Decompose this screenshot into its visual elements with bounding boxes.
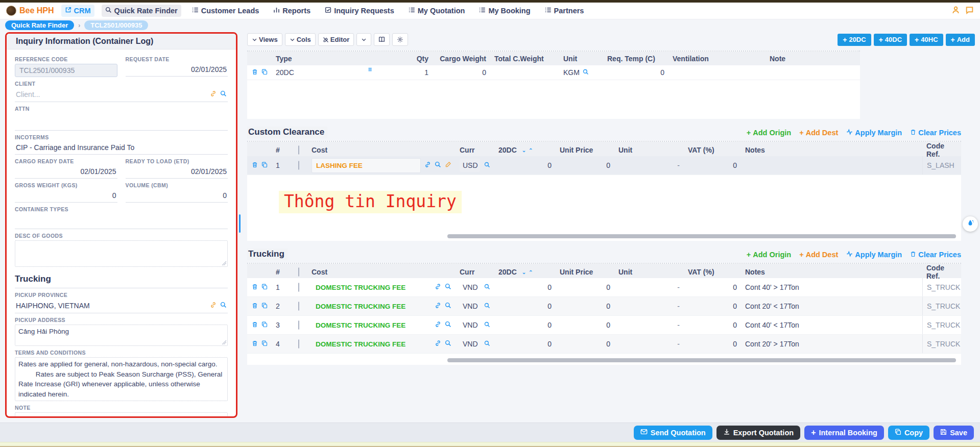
- link-icon[interactable]: [210, 301, 217, 310]
- size-price-value[interactable]: 0: [494, 302, 556, 310]
- incoterms-field[interactable]: CIP - Carriage and Insurance Paid To: [15, 142, 228, 155]
- vat-value[interactable]: 0: [684, 321, 741, 329]
- nav-item-my-booking[interactable]: My Booking: [475, 5, 534, 17]
- nav-item-partners[interactable]: Partners: [541, 5, 588, 17]
- book-view-button[interactable]: [374, 33, 390, 46]
- chat-icon[interactable]: [965, 6, 974, 16]
- copy-button[interactable]: Copy: [888, 426, 929, 440]
- add-dest-link[interactable]: +Add Dest: [799, 251, 838, 259]
- container-types-field[interactable]: [15, 214, 228, 229]
- currency-value[interactable]: VND: [460, 300, 480, 313]
- charge-row[interactable]: 1 DOMESTIC TRUCKING FEE VND 0 0 - 0 Cont…: [247, 278, 961, 297]
- link-icon[interactable]: [435, 321, 441, 329]
- horizontal-scrollbar[interactable]: [447, 358, 956, 362]
- edit-icon[interactable]: [445, 161, 451, 169]
- cost-name[interactable]: DOMESTIC TRUCKING FEE: [312, 318, 431, 332]
- search-icon[interactable]: [484, 161, 490, 169]
- search-icon[interactable]: [484, 283, 490, 291]
- notes-value[interactable]: Cont 20' > 17Ton: [741, 340, 922, 348]
- search-icon[interactable]: [484, 302, 490, 310]
- reference-code-field[interactable]: TCL2501/000935: [15, 64, 117, 77]
- settings-button[interactable]: [392, 33, 408, 46]
- add-dest-link[interactable]: +Add Dest: [799, 129, 838, 137]
- unit-value[interactable]: -: [614, 283, 684, 291]
- link-icon[interactable]: [435, 340, 441, 348]
- row-menu-icon[interactable]: [367, 65, 372, 73]
- add-container-button[interactable]: +40DC: [874, 34, 907, 46]
- apply-margin-link[interactable]: Apply Margin: [846, 251, 902, 259]
- gross-weight-field[interactable]: 0: [15, 190, 117, 203]
- search-icon[interactable]: [445, 340, 451, 348]
- volume-field[interactable]: 0: [126, 190, 228, 203]
- request-date-field[interactable]: 02/01/2025: [126, 64, 228, 77]
- brand[interactable]: Bee HPH: [6, 6, 54, 16]
- delete-row-icon[interactable]: [252, 321, 258, 329]
- delete-row-icon[interactable]: [252, 68, 258, 77]
- nav-item-quick-rate-finder[interactable]: Quick Rate Finder: [102, 5, 181, 17]
- nav-item-my-quotation[interactable]: My Quotation: [405, 5, 469, 17]
- cargo-weight-value[interactable]: 0: [433, 68, 490, 77]
- client-field[interactable]: Client...: [15, 88, 228, 102]
- charge-row[interactable]: 1 LASHING FEE USD 0 0 - 0: [247, 156, 961, 175]
- cols-button[interactable]: Cols: [285, 33, 316, 46]
- search-icon[interactable]: [583, 68, 589, 77]
- currency-value[interactable]: VND: [460, 281, 480, 294]
- cost-name[interactable]: DOMESTIC TRUCKING FEE: [312, 337, 431, 351]
- cost-name[interactable]: LASHING FEE: [312, 158, 421, 173]
- vat-value[interactable]: 0: [684, 302, 741, 310]
- vat-value[interactable]: 0: [684, 161, 741, 169]
- breadcrumb-current[interactable]: TCL2501/000935: [84, 20, 148, 30]
- row-checkbox[interactable]: [298, 320, 299, 330]
- internal-booking-button[interactable]: + Internal Booking: [804, 426, 884, 440]
- search-icon[interactable]: [435, 161, 441, 169]
- select-all-checkbox[interactable]: [298, 145, 299, 155]
- delete-row-icon[interactable]: [252, 302, 258, 310]
- delete-row-icon[interactable]: [252, 340, 258, 348]
- apply-margin-link[interactable]: Apply Margin: [846, 129, 902, 137]
- unit-value[interactable]: -: [614, 161, 684, 169]
- size-price-value[interactable]: 0: [494, 340, 556, 348]
- row-checkbox[interactable]: [298, 339, 299, 349]
- sort-icons[interactable]: ⌄ ⌃: [522, 147, 534, 153]
- unit-value[interactable]: KGM: [563, 68, 580, 77]
- add-origin-link[interactable]: +Add Origin: [747, 251, 791, 259]
- cost-name[interactable]: DOMESTIC TRUCKING FEE: [312, 300, 431, 313]
- nav-item-crm[interactable]: CRM: [61, 5, 94, 17]
- breadcrumb-root[interactable]: Quick Rate Finder: [5, 20, 74, 30]
- export-quotation-button[interactable]: Export Quotation: [716, 426, 800, 440]
- currency-value[interactable]: VND: [460, 318, 480, 332]
- notes-value[interactable]: Cont 40' > 17Ton: [741, 283, 922, 291]
- views-button[interactable]: Views: [247, 33, 282, 46]
- unit-value[interactable]: -: [614, 321, 684, 329]
- add-container-button[interactable]: +40HC: [910, 34, 943, 46]
- notes-value[interactable]: Cont 20' < 17Ton: [741, 302, 922, 310]
- terms-field[interactable]: Rates are applied for general, non-hazar…: [15, 357, 228, 401]
- vat-value[interactable]: 0: [684, 340, 741, 348]
- copy-row-icon[interactable]: [261, 68, 268, 77]
- nav-item-inquiry-requests[interactable]: Inquiry Requests: [321, 5, 398, 17]
- delete-row-icon[interactable]: [252, 283, 258, 291]
- add-origin-link[interactable]: +Add Origin: [747, 129, 791, 137]
- nav-item-reports[interactable]: Reports: [270, 5, 314, 17]
- search-icon[interactable]: [445, 302, 451, 310]
- link-icon[interactable]: [424, 161, 431, 169]
- qty-value[interactable]: 1: [376, 68, 433, 77]
- more-dropdown-button[interactable]: [356, 33, 371, 46]
- ready-to-load-field[interactable]: 02/01/2025: [126, 166, 228, 179]
- search-icon[interactable]: [484, 321, 490, 329]
- copy-row-icon[interactable]: [261, 283, 268, 291]
- unit-price-value[interactable]: 0: [556, 340, 614, 348]
- select-all-checkbox[interactable]: [298, 267, 299, 277]
- unit-price-value[interactable]: 0: [556, 321, 614, 329]
- currency-value[interactable]: USD: [460, 159, 480, 172]
- nav-item-customer-leads[interactable]: Customer Leads: [188, 5, 263, 17]
- notes-value[interactable]: Cont 40' < 17Ton: [741, 321, 922, 329]
- cargo-ready-date-field[interactable]: 02/01/2025: [15, 166, 117, 179]
- search-icon[interactable]: [445, 283, 451, 291]
- user-icon[interactable]: [951, 6, 960, 16]
- search-icon[interactable]: [220, 301, 227, 310]
- unit-value[interactable]: -: [614, 302, 684, 310]
- clear-prices-link[interactable]: Clear Prices: [910, 251, 961, 259]
- search-icon[interactable]: [484, 340, 490, 348]
- horizontal-scrollbar[interactable]: [447, 234, 956, 238]
